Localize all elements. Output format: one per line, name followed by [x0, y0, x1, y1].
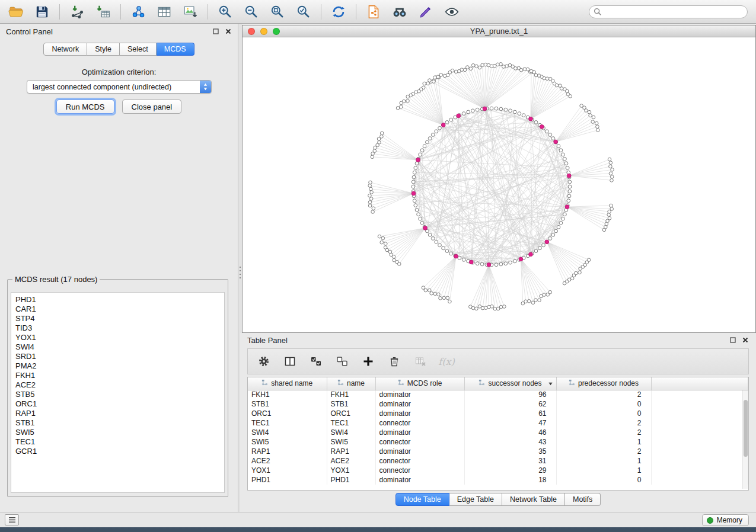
- new-table-icon[interactable]: [152, 2, 177, 22]
- table-row[interactable]: SWI5SWI5connector431: [248, 437, 748, 447]
- sort-menu-icon[interactable]: [547, 380, 554, 387]
- zoom-in-icon[interactable]: [213, 2, 238, 22]
- mcds-result-item[interactable]: YOX1: [15, 333, 224, 342]
- table-tab-motifs[interactable]: Motifs: [565, 493, 601, 506]
- paint-style-icon[interactable]: [413, 2, 438, 22]
- deselect-all-icon[interactable]: [334, 354, 350, 369]
- zoom-selected-icon[interactable]: [291, 2, 316, 22]
- table-row[interactable]: YOX1YOX1connector291: [248, 466, 748, 475]
- mcds-result-item[interactable]: ORC1: [15, 399, 224, 409]
- table-row[interactable]: STB1STB1dominator620: [248, 399, 748, 409]
- attribute-icon: [569, 379, 575, 387]
- toolbar-group: [65, 2, 116, 22]
- attribute-icon: [479, 379, 485, 387]
- close-panel-button[interactable]: Close panel: [122, 100, 182, 114]
- table-row[interactable]: FKH1FKH1dominator962: [248, 390, 748, 399]
- table-cell: PHD1: [327, 475, 375, 485]
- show-columns-icon[interactable]: [282, 354, 298, 369]
- export-image-icon[interactable]: [178, 2, 203, 22]
- open-session-icon[interactable]: [4, 2, 28, 22]
- table-tab-node-table[interactable]: Node Table: [395, 493, 449, 506]
- save-session-icon[interactable]: [30, 2, 55, 22]
- mcds-result-item[interactable]: TID3: [15, 323, 224, 333]
- table-row[interactable]: ORC1ORC1dominator610: [248, 409, 748, 418]
- close-panel-icon[interactable]: [225, 28, 232, 35]
- table-tab-edge-table[interactable]: Edge Table: [449, 493, 502, 506]
- mcds-result-item[interactable]: SWI5: [15, 428, 224, 437]
- table-tab-network-table[interactable]: Network Table: [502, 493, 565, 506]
- show-graphics-icon[interactable]: [439, 2, 464, 22]
- network-titlebar[interactable]: YPA_prune.txt_1: [243, 25, 755, 37]
- mcds-result-item[interactable]: CAR1: [15, 305, 224, 314]
- splitter-grip-icon: [239, 265, 241, 281]
- find-icon[interactable]: [387, 2, 412, 22]
- add-row-icon[interactable]: [361, 354, 376, 369]
- table-cell: 29: [464, 466, 556, 475]
- table-row[interactable]: RAP1RAP1dominator352: [248, 447, 748, 456]
- close-table-panel-icon[interactable]: [742, 336, 749, 344]
- mcds-result-item[interactable]: RAP1: [15, 409, 224, 418]
- table-cell: 2: [556, 418, 651, 428]
- mcds-result-item[interactable]: STB5: [15, 390, 224, 399]
- mcds-result-item[interactable]: PMA2: [15, 361, 224, 371]
- table-settings-icon[interactable]: [256, 354, 272, 369]
- float-panel-icon[interactable]: [212, 28, 219, 35]
- table-scrollbar[interactable]: [742, 390, 748, 489]
- criterion-select[interactable]: largest connected component (undirected): [27, 80, 212, 94]
- mcds-result-item[interactable]: TEC1: [15, 437, 224, 447]
- import-table-file-icon[interactable]: [91, 2, 116, 22]
- table-cell-filler: [651, 390, 748, 399]
- column-header-name[interactable]: name: [327, 377, 375, 390]
- select-all-icon[interactable]: [308, 354, 324, 369]
- column-header-predecessor-nodes[interactable]: predecessor nodes: [556, 377, 651, 390]
- mcds-result-item[interactable]: FKH1: [15, 371, 224, 380]
- tab-network[interactable]: Network: [43, 43, 87, 56]
- mcds-result-item[interactable]: SWI4: [15, 342, 224, 352]
- table-scrollbar-thumb[interactable]: [744, 400, 748, 457]
- table-row[interactable]: PHD1PHD1dominator180: [248, 475, 748, 485]
- node-table-container: shared namenameMCDS rolesuccessor nodesp…: [247, 377, 749, 491]
- mcds-result-item[interactable]: ACE2: [15, 380, 224, 390]
- column-header-shared-name[interactable]: shared name: [248, 377, 327, 390]
- refresh-layout-icon[interactable]: [326, 2, 351, 22]
- run-mcds-button[interactable]: Run MCDS: [56, 100, 114, 114]
- mcds-result-item[interactable]: GCR1: [15, 447, 224, 456]
- mcds-result-item[interactable]: SRD1: [15, 352, 224, 361]
- table-cell: FKH1: [248, 390, 327, 399]
- export-network-icon[interactable]: [361, 2, 386, 22]
- tab-style[interactable]: Style: [87, 43, 120, 56]
- mcds-result-list[interactable]: PHD1CAR1STP4TID3YOX1SWI4SRD1PMA2FKH1ACE2…: [11, 292, 225, 493]
- toolbar-group: [361, 2, 464, 22]
- network-canvas[interactable]: [243, 37, 755, 332]
- table-toolbar: f(x): [247, 348, 749, 374]
- zoom-fit-icon[interactable]: [265, 2, 290, 22]
- new-network-icon[interactable]: [126, 2, 151, 22]
- table-cell: 0: [556, 475, 651, 485]
- mcds-result-item[interactable]: STP4: [15, 314, 224, 323]
- memory-button[interactable]: Memory: [702, 514, 749, 526]
- table-cell: dominator: [375, 447, 464, 456]
- table-row[interactable]: TEC1TEC1connector472: [248, 418, 748, 428]
- mcds-result-item[interactable]: PHD1: [15, 295, 224, 305]
- delete-row-icon[interactable]: [387, 354, 402, 369]
- column-header-mcds-role[interactable]: MCDS role: [375, 377, 464, 390]
- column-header-successor-nodes[interactable]: successor nodes: [464, 377, 556, 390]
- table-row[interactable]: ACE2ACE2connector311: [248, 456, 748, 466]
- import-network-file-icon[interactable]: [65, 2, 90, 22]
- network-graph[interactable]: [243, 37, 755, 332]
- float-table-panel-icon[interactable]: [729, 336, 736, 344]
- table-cell: 61: [464, 409, 556, 418]
- control-tabs: NetworkStyleSelectMCDS: [43, 43, 194, 56]
- search-input[interactable]: [589, 5, 748, 18]
- attribute-icon: [398, 379, 404, 387]
- tab-select[interactable]: Select: [120, 43, 157, 56]
- tab-mcds[interactable]: MCDS: [157, 43, 194, 56]
- toolbar-separator: [120, 4, 121, 20]
- zoom-out-icon[interactable]: [239, 2, 264, 22]
- table-row[interactable]: SWI4SWI4dominator462: [248, 428, 748, 437]
- search-box[interactable]: [589, 5, 748, 18]
- toolbar-groups: [4, 2, 464, 22]
- mcds-result-item[interactable]: STB1: [15, 418, 224, 428]
- table-cell: ACE2: [327, 456, 375, 466]
- panel-menu-button[interactable]: [5, 514, 19, 525]
